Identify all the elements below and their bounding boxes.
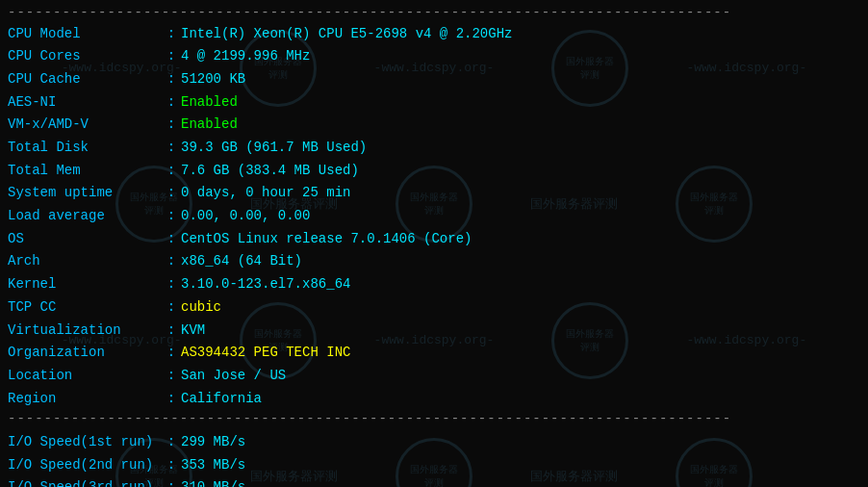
row-label: Organization <box>8 342 162 365</box>
row-value: CentOS Linux release 7.0.1406 (Core) <box>181 228 860 251</box>
table-row: Arch : x86_64 (64 Bit) <box>8 250 860 273</box>
table-row: AES-NI : Enabled <box>8 91 860 115</box>
row-label: I/O Speed(1st run) <box>8 431 162 454</box>
row-colon: : <box>162 91 181 115</box>
row-colon: : <box>162 454 181 477</box>
row-colon: : <box>162 388 181 411</box>
row-label: AES-NI <box>8 91 162 115</box>
row-label: CPU Model <box>8 23 162 46</box>
row-label: Virtualization <box>8 320 162 343</box>
row-label: Kernel <box>8 273 162 296</box>
row-colon: : <box>162 273 181 296</box>
row-colon: : <box>162 182 181 205</box>
table-row: CPU Cache : 51200 KB <box>8 68 860 91</box>
system-info-table: CPU Model : Intel(R) Xeon(R) CPU E5-2698… <box>8 23 860 411</box>
row-value: 3.10.0-123.el7.x86_64 <box>181 273 860 296</box>
row-value: KVM <box>181 320 860 343</box>
table-row: I/O Speed(3rd run) : 310 MB/s <box>8 476 860 487</box>
row-colon: : <box>162 114 181 137</box>
row-value: x86_64 (64 Bit) <box>181 250 860 273</box>
row-label: Total Disk <box>8 137 162 160</box>
table-row: System uptime : 0 days, 0 hour 25 min <box>8 182 860 205</box>
row-value: 4 @ 2199.996 MHz <box>181 45 860 68</box>
divider-top: ----------------------------------------… <box>8 4 860 23</box>
table-row: Load average : 0.00, 0.00, 0.00 <box>8 205 860 228</box>
row-label: Total Mem <box>8 160 162 183</box>
row-label: OS <box>8 228 162 251</box>
row-colon: : <box>162 250 181 273</box>
row-colon: : <box>162 160 181 183</box>
row-label: TCP CC <box>8 296 162 320</box>
row-label: I/O Speed(2nd run) <box>8 454 162 477</box>
row-value: Enabled <box>181 114 860 137</box>
row-colon: : <box>162 228 181 251</box>
row-value: 299 MB/s <box>181 431 860 454</box>
row-label: Location <box>8 365 162 388</box>
table-row: Total Disk : 39.3 GB (961.7 MB Used) <box>8 137 860 160</box>
row-label: Region <box>8 388 162 411</box>
row-colon: : <box>162 23 181 46</box>
row-label: Arch <box>8 250 162 273</box>
row-value: 0.00, 0.00, 0.00 <box>181 205 860 228</box>
io-speed-table: I/O Speed(1st run) : 299 MB/s I/O Speed(… <box>8 431 860 487</box>
row-label: VM-x/AMD-V <box>8 114 162 137</box>
row-value: 353 MB/s <box>181 454 860 477</box>
row-value: 7.6 GB (383.4 MB Used) <box>181 160 860 183</box>
divider-mid: ----------------------------------------… <box>8 410 860 429</box>
row-colon: : <box>162 365 181 388</box>
row-colon: : <box>162 476 181 487</box>
row-colon: : <box>162 320 181 343</box>
table-row: Total Mem : 7.6 GB (383.4 MB Used) <box>8 160 860 183</box>
table-row: Location : San Jose / US <box>8 365 860 388</box>
row-value: 51200 KB <box>181 68 860 91</box>
table-row: Kernel : 3.10.0-123.el7.x86_64 <box>8 273 860 296</box>
table-row: VM-x/AMD-V : Enabled <box>8 114 860 137</box>
row-colon: : <box>162 431 181 454</box>
table-row: Organization : AS394432 PEG TECH INC <box>8 342 860 365</box>
row-label: I/O Speed(3rd run) <box>8 476 162 487</box>
main-content: ----------------------------------------… <box>0 0 868 487</box>
row-value: Intel(R) Xeon(R) CPU E5-2698 v4 @ 2.20GH… <box>181 23 860 46</box>
row-value: 39.3 GB (961.7 MB Used) <box>181 137 860 160</box>
row-value: 0 days, 0 hour 25 min <box>181 182 860 205</box>
row-label: System uptime <box>8 182 162 205</box>
row-colon: : <box>162 296 181 320</box>
row-value: San Jose / US <box>181 365 860 388</box>
row-value: California <box>181 388 860 411</box>
table-row: TCP CC : cubic <box>8 296 860 320</box>
table-row: CPU Cores : 4 @ 2199.996 MHz <box>8 45 860 68</box>
row-label: Load average <box>8 205 162 228</box>
table-row: I/O Speed(1st run) : 299 MB/s <box>8 431 860 454</box>
row-colon: : <box>162 205 181 228</box>
row-colon: : <box>162 45 181 68</box>
table-row: CPU Model : Intel(R) Xeon(R) CPU E5-2698… <box>8 23 860 46</box>
row-value: Enabled <box>181 91 860 115</box>
table-row: Virtualization : KVM <box>8 320 860 343</box>
row-value: cubic <box>181 296 860 320</box>
row-value: 310 MB/s <box>181 476 860 487</box>
row-label: CPU Cache <box>8 68 162 91</box>
row-label: CPU Cores <box>8 45 162 68</box>
table-row: OS : CentOS Linux release 7.0.1406 (Core… <box>8 228 860 251</box>
table-row: Region : California <box>8 388 860 411</box>
row-colon: : <box>162 68 181 91</box>
row-value: AS394432 PEG TECH INC <box>181 342 860 365</box>
row-colon: : <box>162 342 181 365</box>
row-colon: : <box>162 137 181 160</box>
table-row: I/O Speed(2nd run) : 353 MB/s <box>8 454 860 477</box>
